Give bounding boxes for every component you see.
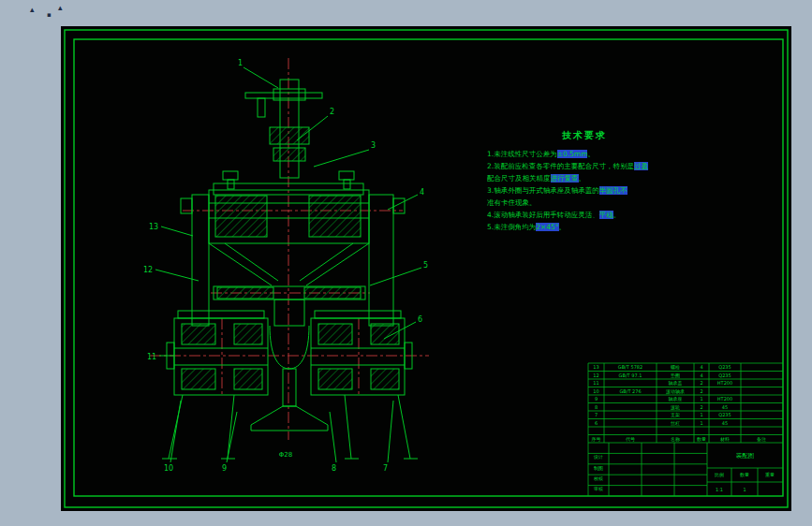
roller-shaft-lines — [174, 348, 268, 365]
bolt-stem — [228, 180, 234, 189]
part-qty: 1 — [700, 396, 702, 402]
tech-requirements: 技术要求 1.未注线性尺寸公差为±0.5mm。 2.装配前应检查各零件的主要配合… — [487, 129, 682, 233]
rail-foot — [251, 406, 328, 431]
weight-label: 重量 — [765, 472, 775, 477]
header-mat: 材料 — [719, 436, 730, 443]
block-hatch — [234, 324, 262, 344]
part-callout: 9 — [222, 464, 227, 473]
part-mat: Q235 — [718, 364, 731, 370]
part-no: 6 — [595, 420, 598, 426]
bolt-head — [339, 171, 354, 180]
tech-text: 1.未注线性尺寸公差为 — [487, 150, 557, 158]
header-name: 名称 — [671, 436, 680, 442]
part-callout: 5 — [423, 261, 428, 270]
tech-text: 。 — [587, 150, 595, 158]
left-side-plate — [192, 195, 209, 326]
part-callouts: 1 2 3 4 5 6 7 8 9 10 11 12 13 — [143, 59, 428, 473]
part-qty: 4 — [700, 364, 702, 370]
part-name: 滚轮 — [671, 404, 680, 411]
part-no: 8 — [595, 404, 598, 410]
left-bearing-section — [215, 196, 267, 237]
tech-requirements-title: 技术要求 — [487, 129, 682, 142]
part-mat: 45 — [722, 420, 728, 426]
block-hatch — [182, 369, 215, 389]
handle-bar — [245, 93, 322, 98]
field-design: 设计 — [593, 454, 603, 460]
part-callout: 10 — [164, 464, 173, 473]
part-mat: HT200 — [717, 396, 732, 402]
part-callout: 1 — [238, 59, 243, 67]
part-qty: 1 — [700, 412, 702, 417]
block-hatch — [318, 324, 352, 344]
part-callout: 8 — [332, 464, 336, 473]
part-callout: 13 — [149, 223, 158, 231]
part-no: 10 — [593, 388, 598, 394]
part-qty: 1 — [700, 420, 702, 426]
part-no: 9 — [595, 396, 598, 402]
support-legs — [162, 395, 418, 459]
center-column — [274, 300, 304, 326]
tech-text: 。 — [579, 174, 586, 183]
header-note: 备注 — [757, 436, 766, 442]
block-top-plate — [315, 311, 401, 318]
part-callout: 11 — [147, 353, 156, 361]
tech-text: 。 — [559, 223, 567, 231]
part-code: GB/T 276 — [619, 388, 641, 394]
right-side-plate — [369, 195, 393, 326]
cad-canvas[interactable]: 1 2 3 4 5 6 7 8 9 10 11 12 13 Φ28 13 — [61, 26, 791, 511]
block-hatch — [234, 369, 262, 389]
plate-hatch — [217, 287, 273, 299]
part-no: 13 — [593, 364, 598, 370]
scale-value: 1:1 — [716, 487, 723, 492]
qty-value: 1 — [743, 487, 746, 492]
rail-web — [283, 369, 296, 406]
tech-text: 配合尺寸及相关精度 — [487, 174, 551, 183]
part-no: 12 — [593, 373, 598, 378]
artifact-mark: ▴ — [30, 6, 35, 14]
handle-grip — [258, 98, 265, 117]
part-qty: 2 — [700, 404, 702, 410]
part-no: 7 — [595, 412, 598, 417]
bearing-housing — [181, 190, 405, 326]
drawing-frame — [74, 39, 783, 496]
title-block-grid — [588, 363, 783, 496]
desktop-artifacts: ▴ ▪ ▴ — [26, 2, 82, 26]
part-callout: 12 — [143, 266, 153, 274]
tech-line: 3.轴承外圈与开式轴承座及轴承盖的半圆孔不 — [487, 184, 682, 197]
tech-text: 4.滚动轴承装好后用手转动应灵活、 — [487, 211, 599, 219]
tech-line: 4.滚动轴承装好后用手转动应灵活、平稳。 — [487, 209, 682, 221]
tech-line: 1.未注线性尺寸公差为±0.5mm。 — [487, 148, 682, 160]
left-roller-block — [167, 311, 268, 395]
tech-highlight: 进行复查 — [551, 174, 579, 183]
left-side-bolt — [181, 198, 192, 213]
part-name: 螺栓 — [671, 364, 680, 371]
artifact-mark: ▴ — [58, 4, 63, 12]
part-name: 支架 — [671, 412, 680, 418]
part-qty: 2 — [700, 380, 702, 386]
block-hatch — [371, 324, 399, 344]
bolt-head — [223, 171, 238, 180]
part-no: 11 — [593, 380, 598, 386]
block-top-plate — [178, 311, 264, 318]
part-mat: Q235 — [718, 412, 731, 417]
artifact-mark: ▪ — [47, 11, 52, 20]
part-qty: 4 — [700, 373, 702, 378]
part-mat: HT200 — [717, 380, 732, 386]
tech-highlight: 平稳 — [599, 211, 613, 219]
part-callout: 4 — [420, 188, 424, 197]
tech-highlight: 2×45° — [536, 223, 558, 231]
tech-highlight: ±0.5mm — [557, 150, 588, 158]
part-name: 滚动轴承 — [666, 388, 685, 395]
parts-list: 13 GB/T 5782 螺栓 4 Q235 12 GB/T 97.1 垫圈 4… — [592, 364, 767, 443]
tech-text: 。 — [529, 198, 537, 207]
tech-text: 准有卡住现象 — [487, 198, 529, 207]
part-name: 轴承座 — [669, 396, 683, 402]
title-block: 13 GB/T 5782 螺栓 4 Q235 12 GB/T 97.1 垫圈 4… — [588, 363, 783, 496]
bolt-stem — [344, 180, 350, 189]
drawing-title: 装配图 — [736, 452, 755, 460]
tech-line: 准有卡住现象。 — [487, 197, 682, 209]
part-callout: 2 — [330, 108, 334, 116]
part-code: GB/T 5782 — [618, 364, 642, 370]
tech-line: 配合尺寸及相关精度进行复查。 — [487, 172, 682, 184]
block-hatch — [371, 369, 399, 389]
